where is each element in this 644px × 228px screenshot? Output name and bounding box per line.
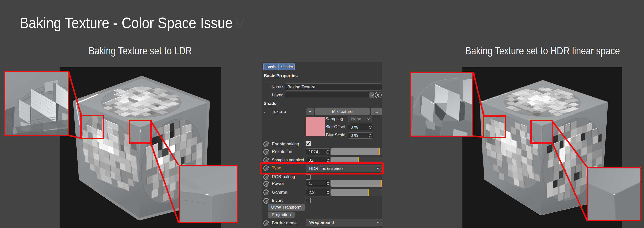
svg-text:V: V bbox=[235, 14, 245, 31]
svg-text:Baking Texture set to LDR: Baking Texture set to LDR bbox=[89, 45, 192, 57]
svg-text:Baking Texture set to HDR line: Baking Texture set to HDR linear space bbox=[465, 45, 620, 57]
svg-text:Baking Texture - Color Space I: Baking Texture - Color Space Issue bbox=[20, 14, 233, 31]
